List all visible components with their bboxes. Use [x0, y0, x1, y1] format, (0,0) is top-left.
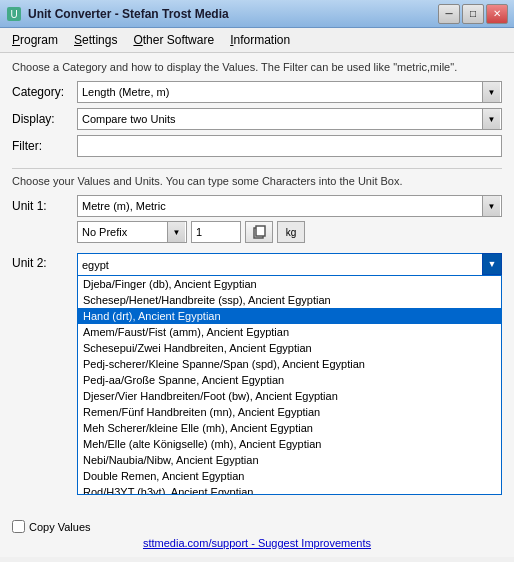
- main-content: Choose a Category and how to display the…: [0, 53, 514, 557]
- footer-link[interactable]: sttmedia.com/support - Suggest Improveme…: [12, 537, 502, 549]
- list-item[interactable]: Meh/Elle (alte Königselle) (mh), Ancient…: [78, 436, 501, 452]
- prefix-select[interactable]: No Prefix Kilo Mega Milli Centi: [77, 221, 187, 243]
- unit2-dropdown-list: Djeba/Finger (db), Ancient Egyptian Sche…: [77, 275, 502, 495]
- copy-values-label: Copy Values: [29, 521, 91, 533]
- filter-input[interactable]: [77, 135, 502, 157]
- unit2-filter-input[interactable]: [77, 253, 502, 275]
- display-label: Display:: [12, 112, 77, 126]
- unit1-select[interactable]: Metre (m), Metric: [77, 195, 502, 217]
- menu-bar: Program Settings Other Software Informat…: [0, 28, 514, 53]
- description-values: Choose your Values and Units. You can ty…: [12, 175, 502, 187]
- copy-values-checkbox-label[interactable]: Copy Values: [12, 520, 91, 533]
- unit2-label: Unit 2:: [12, 253, 77, 270]
- kg-badge: kg: [277, 221, 305, 243]
- unit2-wrapper: ▼ Djeba/Finger (db), Ancient Egyptian Sc…: [77, 253, 502, 495]
- prefix-select-wrapper: No Prefix Kilo Mega Milli Centi ▼: [77, 221, 187, 243]
- bottom-row: Copy Values: [12, 516, 502, 533]
- svg-rect-3: [256, 226, 265, 236]
- copy-button[interactable]: [245, 221, 273, 243]
- list-item[interactable]: Amem/Faust/Fist (amm), Ancient Egyptian: [78, 324, 501, 340]
- menu-settings[interactable]: Settings: [66, 30, 125, 50]
- menu-program[interactable]: Program: [4, 30, 66, 50]
- value-input[interactable]: [191, 221, 241, 243]
- list-item[interactable]: Double Remen, Ancient Egyptian: [78, 468, 501, 484]
- window-title: Unit Converter - Stefan Trost Media: [28, 7, 438, 21]
- menu-information[interactable]: Information: [222, 30, 298, 50]
- list-item[interactable]: Remen/Fünf Handbreiten (mn), Ancient Egy…: [78, 404, 501, 420]
- display-row: Display: Compare two Units Single Unit ▼: [12, 108, 502, 130]
- prefix-row: No Prefix Kilo Mega Milli Centi ▼ kg: [77, 221, 502, 243]
- category-label: Category:: [12, 85, 77, 99]
- filter-row: Filter:: [12, 135, 502, 157]
- unit1-label: Unit 1:: [12, 199, 77, 213]
- copy-icon: [251, 224, 267, 240]
- filter-label: Filter:: [12, 139, 77, 153]
- separator-1: [12, 168, 502, 169]
- close-button[interactable]: ✕: [486, 4, 508, 24]
- maximize-button[interactable]: □: [462, 4, 484, 24]
- list-item[interactable]: Pedj-scherer/Kleine Spanne/Span (spd), A…: [78, 356, 501, 372]
- category-select-wrapper: Length (Metre, m) Volume Weight Area ▼: [77, 81, 502, 103]
- category-select[interactable]: Length (Metre, m) Volume Weight Area: [77, 81, 502, 103]
- menu-other-software[interactable]: Other Software: [125, 30, 222, 50]
- list-item[interactable]: Nebi/Naubia/Nibw, Ancient Egyptian: [78, 452, 501, 468]
- display-select-wrapper: Compare two Units Single Unit ▼: [77, 108, 502, 130]
- copy-values-checkbox[interactable]: [12, 520, 25, 533]
- list-item[interactable]: Schesep/Henet/Handbreite (ssp), Ancient …: [78, 292, 501, 308]
- list-item[interactable]: Schesepui/Zwei Handbreiten, Ancient Egyp…: [78, 340, 501, 356]
- list-item[interactable]: Meh Scherer/kleine Elle (mh), Ancient Eg…: [78, 420, 501, 436]
- category-row: Category: Length (Metre, m) Volume Weigh…: [12, 81, 502, 103]
- list-item[interactable]: Pedj-aa/Große Spanne, Ancient Egyptian: [78, 372, 501, 388]
- display-select[interactable]: Compare two Units Single Unit: [77, 108, 502, 130]
- app-icon: U: [6, 6, 22, 22]
- list-item[interactable]: Djeba/Finger (db), Ancient Egyptian: [78, 276, 501, 292]
- list-item[interactable]: Rod/H3YT (h3yt), Ancient Egyptian: [78, 484, 501, 495]
- unit2-dropdown-button[interactable]: ▼: [482, 253, 502, 275]
- svg-text:U: U: [10, 9, 17, 20]
- list-item-selected[interactable]: Hand (drt), Ancient Egyptian: [78, 308, 501, 324]
- description-category: Choose a Category and how to display the…: [12, 61, 502, 73]
- unit1-select-wrapper: Metre (m), Metric ▼: [77, 195, 502, 217]
- title-bar: U Unit Converter - Stefan Trost Media ─ …: [0, 0, 514, 28]
- unit1-row: Unit 1: Metre (m), Metric ▼: [12, 195, 502, 217]
- window-controls: ─ □ ✕: [438, 4, 508, 24]
- unit2-row: Unit 2: ▼ Djeba/Finger (db), Ancient Egy…: [12, 253, 502, 495]
- list-item[interactable]: Djeser/Vier Handbreiten/Foot (bw), Ancie…: [78, 388, 501, 404]
- minimize-button[interactable]: ─: [438, 4, 460, 24]
